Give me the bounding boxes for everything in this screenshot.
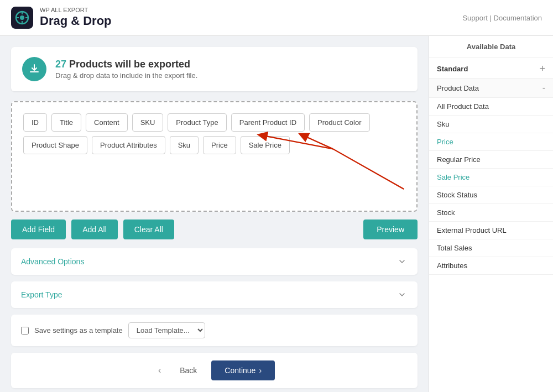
app-title: WP ALL EXPORT Drag & Drop	[40, 7, 112, 29]
standard-label: Standard	[437, 65, 468, 73]
export-count: 27	[55, 59, 66, 70]
continue-arrow-icon: ›	[259, 366, 262, 375]
standard-toggle-button[interactable]: +	[539, 64, 545, 74]
chip-sku[interactable]: SKU	[132, 113, 164, 132]
right-panel-item-total-sales[interactable]: Total Sales	[429, 239, 553, 257]
right-panel-item-regular-price[interactable]: Regular Price	[429, 151, 553, 169]
preview-button[interactable]: Preview	[363, 219, 418, 239]
app-header: WP ALL EXPORT Drag & Drop Support | Docu…	[0, 0, 553, 36]
right-panel-item-external-product-url[interactable]: External Product URL	[429, 222, 553, 239]
save-template-checkbox[interactable]	[21, 327, 29, 334]
chip-product-attributes[interactable]: Product Attributes	[92, 136, 165, 154]
save-template-label: Save settings as a template	[34, 326, 123, 334]
bottom-nav: ‹ Back Continue ›	[11, 353, 418, 388]
right-panel-item-sku[interactable]: Sku	[429, 116, 553, 133]
drop-zone-wrapper: IDTitleContentSKUProduct TypeParent Prod…	[11, 101, 418, 212]
svg-point-1	[20, 15, 24, 20]
right-panel-item-stock[interactable]: Stock	[429, 204, 553, 222]
right-panel-item-stock-status[interactable]: Stock Status	[429, 186, 553, 204]
export-type-title: Export Type	[21, 290, 62, 299]
export-type-chevron	[397, 289, 408, 300]
chip-content[interactable]: Content	[86, 113, 128, 132]
docs-link[interactable]: Documentation	[494, 14, 542, 22]
info-text: 27 Products will be exported Drag & drop…	[55, 59, 197, 80]
chip-id[interactable]: ID	[23, 113, 47, 132]
right-panel-item-all-product-data[interactable]: All Product Data	[429, 98, 553, 116]
right-panel-item-sale-price[interactable]: Sale Price	[429, 169, 553, 186]
export-count-line: 27 Products will be exported	[55, 59, 197, 70]
prev-arrow-button[interactable]: ‹	[154, 363, 165, 378]
right-panel-item-attributes[interactable]: Attributes	[429, 257, 553, 275]
chip-sale-price[interactable]: Sale Price	[241, 136, 290, 154]
product-data-label: Product Data	[437, 84, 479, 92]
left-panel: 27 Products will be exported Drag & drop…	[0, 36, 429, 392]
right-panel: Available Data Standard + Product Data -…	[429, 36, 553, 392]
action-bar: Add Field Add All Clear All Preview	[11, 219, 418, 239]
product-data-subsection-header: Product Data -	[429, 79, 553, 98]
logo-icon	[11, 7, 33, 29]
app-name-bottom: Drag & Drop	[40, 14, 112, 28]
info-banner: 27 Products will be exported Drag & drop…	[11, 47, 418, 91]
continue-button[interactable]: Continue ›	[211, 360, 275, 380]
add-all-button[interactable]: Add All	[71, 219, 118, 239]
header-left: WP ALL EXPORT Drag & Drop	[11, 7, 112, 29]
chip-parent-product-id[interactable]: Parent Product ID	[231, 113, 305, 132]
add-field-button[interactable]: Add Field	[11, 219, 66, 239]
load-template-select[interactable]: Load Template...	[128, 322, 205, 338]
support-link[interactable]: Support	[462, 14, 488, 22]
export-type-section: Export Type	[11, 281, 418, 308]
product-data-toggle-button[interactable]: -	[542, 83, 545, 93]
save-template-section: Save settings as a template Load Templat…	[11, 315, 418, 346]
chip-title[interactable]: Title	[51, 113, 81, 132]
advanced-options-title: Advanced Options	[21, 257, 84, 266]
continue-label: Continue	[225, 366, 255, 375]
right-panel-item-price[interactable]: Price	[429, 133, 553, 151]
available-data-title: Available Data	[429, 36, 553, 58]
drop-zone[interactable]: IDTitleContentSKUProduct TypeParent Prod…	[11, 101, 418, 212]
chip-product-type[interactable]: Product Type	[168, 113, 226, 132]
main-layout: 27 Products will be exported Drag & drop…	[0, 36, 553, 392]
chips-container: IDTitleContentSKUProduct TypeParent Prod…	[23, 113, 405, 154]
app-name-top: WP ALL EXPORT	[40, 7, 112, 14]
header-links: Support | Documentation	[462, 14, 542, 22]
right-panel-items: All Product DataSkuPriceRegular PriceSal…	[429, 98, 553, 275]
back-button[interactable]: Back	[171, 362, 206, 379]
chip-product-color[interactable]: Product Color	[309, 113, 369, 132]
chip-product-shape[interactable]: Product Shape	[23, 136, 87, 154]
chip-price[interactable]: Price	[203, 136, 236, 154]
export-type-header[interactable]: Export Type	[11, 281, 418, 308]
advanced-options-header[interactable]: Advanced Options	[11, 248, 418, 275]
standard-section-header: Standard +	[429, 58, 553, 79]
clear-all-button[interactable]: Clear All	[123, 219, 174, 239]
advanced-options-chevron	[397, 256, 408, 267]
export-icon	[22, 57, 46, 81]
advanced-options-section: Advanced Options	[11, 248, 418, 275]
chip-sku[interactable]: Sku	[170, 136, 199, 154]
export-sub-line: Drag & drop data to include in the expor…	[55, 71, 197, 80]
